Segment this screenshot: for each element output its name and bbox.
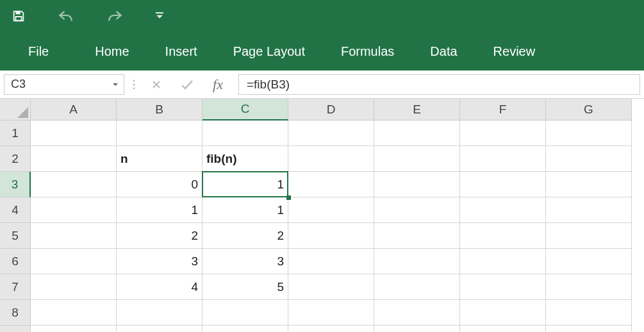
cell-F6[interactable] — [460, 249, 546, 274]
cell-E7[interactable] — [374, 274, 460, 300]
name-box[interactable] — [4, 75, 107, 94]
cell-G3[interactable] — [546, 172, 632, 197]
redo-icon[interactable] — [106, 9, 123, 23]
cell-A8[interactable] — [31, 300, 117, 326]
column-header[interactable]: C — [202, 99, 288, 120]
tab-review[interactable]: Review — [475, 32, 554, 71]
cell-F2[interactable] — [460, 146, 546, 172]
tab-home[interactable]: Home — [77, 32, 147, 71]
cell-E2[interactable] — [374, 146, 460, 172]
cell-B5[interactable]: 2 — [117, 223, 202, 249]
column-header[interactable]: B — [117, 99, 202, 120]
cell-C5[interactable]: 2 — [202, 223, 288, 249]
tab-label: Home — [95, 44, 129, 59]
tab-formulas[interactable]: Formulas — [323, 32, 412, 71]
row-header[interactable]: 8 — [0, 300, 31, 326]
cell-B7[interactable]: 4 — [117, 274, 202, 300]
select-all-corner[interactable] — [0, 99, 31, 120]
cell-C1[interactable] — [202, 120, 288, 146]
cell-D5[interactable] — [288, 223, 374, 249]
cell-E6[interactable] — [374, 249, 460, 274]
row-header[interactable]: 7 — [0, 274, 31, 300]
column-header[interactable]: G — [546, 99, 632, 120]
cell-E8[interactable] — [374, 300, 460, 326]
fx-icon[interactable]: fx — [205, 76, 231, 93]
row-header[interactable]: 3 — [0, 172, 31, 197]
cell-G8[interactable] — [546, 300, 632, 326]
cell-C9[interactable] — [202, 326, 288, 332]
cell-F1[interactable] — [460, 120, 546, 146]
cell-G2[interactable] — [546, 146, 632, 172]
cell-G6[interactable] — [546, 249, 632, 274]
customize-qat-icon[interactable] — [155, 12, 164, 21]
table-row: 45 — [31, 274, 632, 300]
column-header[interactable]: A — [31, 99, 117, 120]
cell-F4[interactable] — [460, 197, 546, 223]
cell-D3[interactable] — [288, 172, 374, 197]
cell-E1[interactable] — [374, 120, 460, 146]
cell-B6[interactable]: 3 — [117, 249, 202, 274]
cell-D1[interactable] — [288, 120, 374, 146]
cell-A1[interactable] — [31, 120, 117, 146]
cell-C4[interactable]: 1 — [202, 197, 288, 223]
cell-C8[interactable] — [202, 300, 288, 326]
cell-F9[interactable] — [460, 326, 546, 332]
cell-D4[interactable] — [288, 197, 374, 223]
row-header[interactable]: 2 — [0, 146, 31, 172]
cell-A9[interactable] — [31, 326, 117, 332]
row-header[interactable]: 4 — [0, 197, 31, 223]
row-header[interactable]: 6 — [0, 249, 31, 274]
cell-D2[interactable] — [288, 146, 374, 172]
cell-B4[interactable]: 1 — [117, 197, 202, 223]
formula-input[interactable] — [238, 74, 640, 95]
cell-B9[interactable] — [117, 326, 202, 332]
tab-insert[interactable]: Insert — [147, 32, 215, 71]
tab-file[interactable]: File — [0, 32, 77, 71]
cell-A3[interactable] — [31, 172, 117, 197]
tab-page-layout[interactable]: Page Layout — [215, 32, 323, 71]
ribbon-tabs: File Home Insert Page Layout Formulas Da… — [0, 32, 644, 71]
cancel-formula-icon[interactable] — [144, 74, 169, 95]
enter-formula-icon[interactable] — [174, 74, 200, 95]
cell-G7[interactable] — [546, 274, 632, 300]
row-header[interactable]: 1 — [0, 120, 31, 146]
cell-B3[interactable]: 0 — [117, 172, 202, 197]
cell-B1[interactable] — [117, 120, 202, 146]
cell-G1[interactable] — [546, 120, 632, 146]
cell-F7[interactable] — [460, 274, 546, 300]
save-icon[interactable] — [12, 9, 26, 23]
cell-A5[interactable] — [31, 223, 117, 249]
cell-B8[interactable] — [117, 300, 202, 326]
cell-F5[interactable] — [460, 223, 546, 249]
cell-E9[interactable] — [374, 326, 460, 332]
cell-A2[interactable] — [31, 146, 117, 172]
cell-G9[interactable] — [546, 326, 632, 332]
row-header[interactable]: 5 — [0, 223, 31, 249]
cell-G4[interactable] — [546, 197, 632, 223]
tab-data[interactable]: Data — [412, 32, 475, 71]
cell-C6[interactable]: 3 — [202, 249, 288, 274]
column-header[interactable]: D — [288, 99, 374, 120]
name-box-dropdown-icon[interactable] — [107, 81, 124, 88]
cell-D7[interactable] — [288, 274, 374, 300]
cell-B2[interactable]: n — [117, 146, 202, 172]
cell-C7[interactable]: 5 — [202, 274, 288, 300]
cell-D6[interactable] — [288, 249, 374, 274]
column-header[interactable]: E — [374, 99, 460, 120]
cell-F3[interactable] — [460, 172, 546, 197]
cell-A6[interactable] — [31, 249, 117, 274]
undo-icon[interactable] — [58, 9, 74, 23]
cell-G5[interactable] — [546, 223, 632, 249]
cell-A4[interactable] — [31, 197, 117, 223]
cell-C2[interactable]: fib(n) — [202, 146, 288, 172]
cell-D8[interactable] — [288, 300, 374, 326]
cell-D9[interactable] — [288, 326, 374, 332]
cell-C3[interactable]: 1 — [202, 172, 288, 197]
cell-A7[interactable] — [31, 274, 117, 300]
cell-F8[interactable] — [460, 300, 546, 326]
cell-E3[interactable] — [374, 172, 460, 197]
cell-E5[interactable] — [374, 223, 460, 249]
column-header[interactable]: F — [460, 99, 546, 120]
row-header[interactable]: 9 — [0, 326, 31, 332]
cell-E4[interactable] — [374, 197, 460, 223]
